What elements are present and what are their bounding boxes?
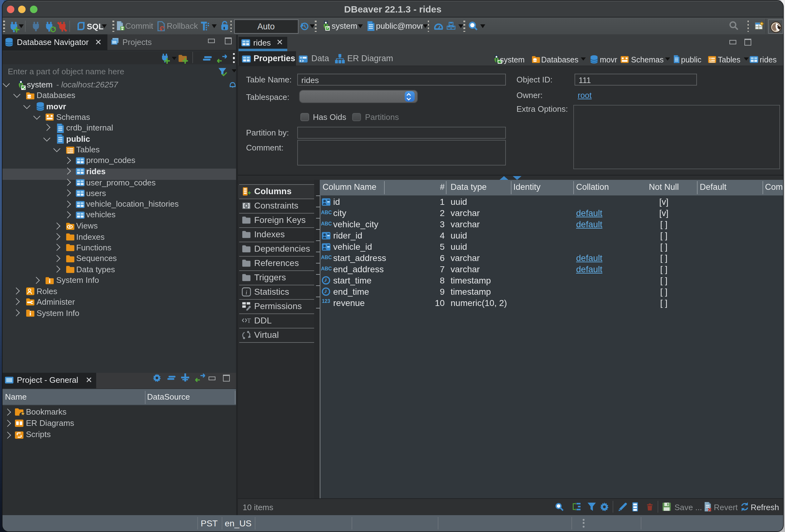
- svg-text:i: i: [245, 289, 247, 295]
- svg-text:T: T: [247, 317, 251, 324]
